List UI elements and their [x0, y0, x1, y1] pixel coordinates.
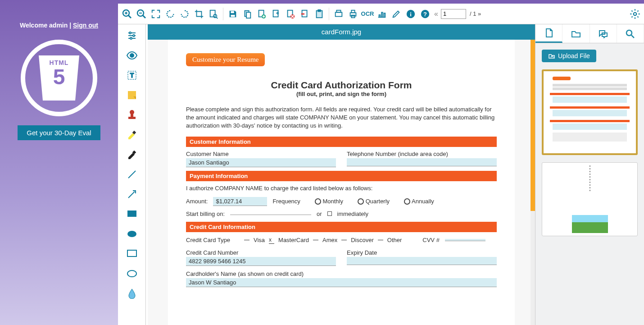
thumbnail-1[interactable] — [542, 69, 638, 155]
svg-point-50 — [127, 231, 136, 237]
tab-search-icon[interactable] — [617, 24, 644, 43]
highlighter-icon[interactable] — [125, 128, 139, 142]
section-payment-info: Payment Information — [186, 171, 497, 181]
customer-name-label: Customer Name — [186, 150, 336, 158]
or-label: or — [317, 211, 322, 217]
welcome-text: Welcome admin | Sign out — [0, 22, 118, 29]
arrow-icon[interactable] — [125, 188, 139, 201]
svg-point-42 — [130, 110, 134, 114]
chart-icon[interactable] — [376, 8, 388, 20]
html5-logo: HTML 5 — [21, 40, 97, 116]
line-icon[interactable] — [125, 168, 139, 181]
upload-file-button[interactable]: Upload File — [542, 50, 596, 62]
right-tabs — [535, 24, 644, 43]
filled-rect-icon[interactable] — [125, 207, 139, 221]
fax-icon[interactable] — [332, 8, 345, 20]
paste-icon[interactable] — [313, 8, 326, 20]
svg-rect-11 — [231, 14, 235, 17]
svg-line-54 — [631, 35, 634, 38]
tab-document-icon[interactable] — [535, 24, 562, 43]
form-instructions: Please complete and sign this authorizat… — [186, 105, 497, 130]
tab-folder-icon[interactable] — [562, 24, 590, 43]
rect-icon[interactable] — [125, 247, 139, 261]
annotation-toolstrip: T — [118, 24, 146, 325]
cvv-value — [445, 239, 485, 241]
section-customer-info: Customer Information — [186, 137, 497, 147]
cc-number-label: Credit Card Number — [186, 248, 336, 257]
text-tool-icon[interactable]: T — [125, 69, 139, 82]
thumbnail-2[interactable] — [542, 162, 638, 236]
rotate-left-icon[interactable] — [164, 8, 177, 20]
upload-icon — [548, 53, 555, 59]
droplet-icon[interactable] — [125, 287, 139, 300]
svg-line-9 — [216, 17, 218, 18]
document-scroll[interactable]: Customize your Resume Credit Card Author… — [148, 40, 535, 325]
svg-line-48 — [128, 192, 135, 198]
ocr-icon[interactable]: OCR — [361, 8, 374, 20]
copy-page-icon[interactable] — [241, 8, 254, 20]
start-billing-value — [230, 213, 311, 215]
svg-point-52 — [127, 270, 136, 277]
svg-rect-49 — [127, 211, 136, 217]
sliders-icon[interactable] — [125, 29, 139, 42]
section-cc-info: Credit Card Information — [186, 222, 497, 232]
delete-page-icon[interactable] — [284, 8, 297, 20]
zoom-in-icon[interactable] — [121, 8, 133, 20]
cc-type-label: Credit Card Type — [186, 237, 240, 243]
right-panel: Upload File — [535, 24, 644, 325]
svg-rect-23 — [336, 10, 340, 12]
welcome-prefix: Welcome admin | — [20, 22, 73, 29]
vertical-scrollbar[interactable] — [531, 40, 535, 325]
info-icon[interactable]: i — [404, 8, 417, 20]
svg-rect-13 — [246, 12, 250, 18]
svg-rect-22 — [336, 12, 342, 16]
svg-text:T: T — [130, 72, 134, 79]
checkbox-immediately[interactable] — [327, 211, 332, 216]
cc-mastercard-checked[interactable] — [269, 237, 274, 244]
crop-icon[interactable] — [193, 8, 205, 20]
zoom-out-icon[interactable] — [135, 8, 148, 20]
page-input[interactable] — [441, 9, 466, 19]
print-icon[interactable] — [347, 8, 359, 20]
radio-annually[interactable] — [404, 198, 410, 205]
prev-page-icon[interactable]: « — [433, 10, 439, 18]
edit-icon[interactable] — [390, 8, 403, 20]
ellipse-icon[interactable] — [125, 267, 139, 280]
stamp-icon[interactable] — [125, 108, 139, 122]
filled-ellipse-icon[interactable] — [125, 227, 139, 241]
save-icon[interactable] — [227, 8, 239, 20]
svg-point-37 — [130, 37, 132, 39]
cardholder-label: Cardholder's Name (as shown on credit ca… — [186, 270, 497, 278]
eye-icon[interactable] — [125, 49, 139, 62]
settings-icon[interactable] — [629, 8, 641, 20]
marker-icon[interactable] — [125, 148, 139, 161]
form-title: Credit Card Authorization Form — [186, 80, 497, 91]
cardholder-value: Jason W Santiago — [186, 278, 497, 287]
radio-quarterly[interactable] — [358, 198, 364, 205]
fit-icon[interactable] — [150, 8, 162, 20]
remove-page-icon[interactable] — [299, 8, 311, 20]
amount-label: Amount: — [186, 198, 208, 205]
rotate-right-icon[interactable] — [178, 8, 191, 20]
sign-out-link[interactable]: Sign out — [73, 22, 98, 29]
customize-resume-button[interactable]: Customize your Resume — [186, 53, 265, 66]
tab-chat-icon[interactable] — [590, 24, 617, 43]
add-page-icon[interactable] — [255, 8, 268, 20]
eval-button[interactable]: Get your 30-Day Eval — [18, 125, 100, 140]
svg-line-5 — [143, 15, 145, 18]
svg-line-1 — [128, 15, 131, 18]
svg-rect-51 — [127, 250, 136, 256]
page-search-icon[interactable] — [207, 8, 220, 20]
note-icon[interactable] — [125, 88, 139, 102]
export-page-icon[interactable] — [270, 8, 282, 20]
help-icon[interactable]: ? — [419, 8, 431, 20]
cvv-label: CVV # — [422, 237, 440, 243]
svg-point-38 — [130, 54, 134, 57]
radio-monthly[interactable] — [315, 198, 321, 205]
left-sidebar: Welcome admin | Sign out HTML 5 Get your… — [0, 0, 118, 325]
document-viewport: cardForm.jpg Customize your Resume Credi… — [146, 24, 535, 325]
svg-rect-21 — [318, 9, 321, 11]
svg-rect-7 — [210, 10, 215, 17]
main-area: OCR i ? « / 1 » T — [118, 0, 644, 325]
svg-line-47 — [128, 171, 136, 178]
